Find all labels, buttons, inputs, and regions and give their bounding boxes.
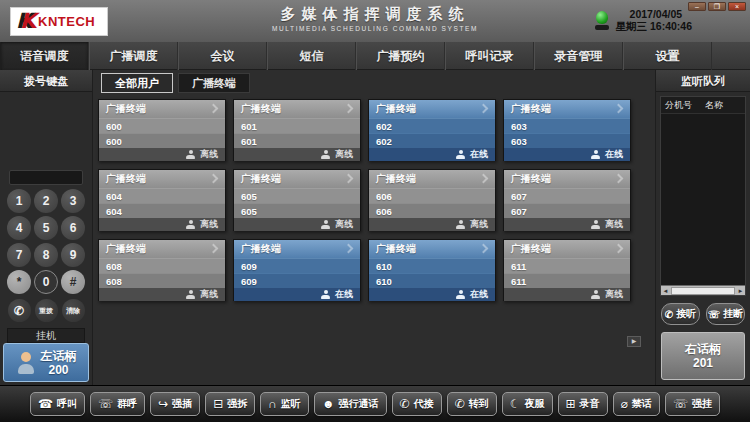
keypad-key-0[interactable]: 0 <box>34 270 58 294</box>
status-badge: 离线 <box>470 218 488 231</box>
scrollbar-thumb[interactable] <box>671 287 735 295</box>
dial-call-button[interactable]: ✆ <box>8 299 31 322</box>
weekday-time-text: 星期三 16:40:46 <box>616 20 692 32</box>
keypad-key-9[interactable]: 9 <box>61 243 85 267</box>
menu-item-6[interactable]: 录音管理 <box>534 42 623 70</box>
person-icon <box>591 290 600 299</box>
menu-item-3[interactable]: 短信 <box>267 42 356 70</box>
dial-display-input[interactable] <box>9 170 83 185</box>
left-handset-label: 左话柄 <box>41 349 77 363</box>
transfer-icon: ✆ <box>455 397 465 411</box>
terminal-card-609[interactable]: 广播终端 609 609 在线 <box>233 239 361 301</box>
toolbar-button-5[interactable]: ☻ 强行通话 <box>314 392 387 416</box>
terminal-card-605[interactable]: 广播终端 605 605 离线 <box>233 169 361 231</box>
right-handset-panel[interactable]: 右话柄 201 <box>661 332 745 380</box>
tab-1[interactable]: 广播终端 <box>178 73 250 93</box>
terminal-card-602[interactable]: 广播终端 602 602 在线 <box>368 99 496 161</box>
keypad-key-6[interactable]: 6 <box>61 216 85 240</box>
redial-button[interactable]: 重拨 <box>35 299 58 322</box>
keypad-key-2[interactable]: 2 <box>34 189 58 213</box>
terminal-name: 601 <box>234 133 360 148</box>
keypad-key-8[interactable]: 8 <box>34 243 58 267</box>
chevron-right-icon <box>479 104 489 114</box>
kntech-k-icon: KK <box>16 11 38 33</box>
monitor-queue-panel: 监听队列 分机号 名称 ◄ ► ✆ 接听 ☏ <box>655 70 750 385</box>
close-button[interactable]: × <box>728 2 746 11</box>
terminal-name: 602 <box>369 133 495 148</box>
toolbar-button-9[interactable]: ⊞ 录音 <box>558 392 608 416</box>
left-handset-panel[interactable]: 左话柄 200 <box>3 343 89 382</box>
keypad-key-3[interactable]: 3 <box>61 189 85 213</box>
terminal-card-604[interactable]: 广播终端 604 604 离线 <box>98 169 226 231</box>
person-icon <box>321 290 330 299</box>
title-bar: KK KNTECH 多媒体指挥调度系统 MULTIMEDIA SCHEDULIN… <box>0 0 750 42</box>
toolbar-button-11[interactable]: ☏ 强挂 <box>665 392 720 416</box>
terminal-card-606[interactable]: 广播终端 606 606 离线 <box>368 169 496 231</box>
toolbar-button-3[interactable]: ⊟ 强拆 <box>205 392 255 416</box>
status-badge: 离线 <box>335 218 353 231</box>
scroll-right-icon[interactable]: ► <box>736 286 745 296</box>
restore-button[interactable]: ❐ <box>708 2 726 11</box>
dispatch-console-window: KK KNTECH 多媒体指挥调度系统 MULTIMEDIA SCHEDULIN… <box>0 0 750 422</box>
terminal-card-603[interactable]: 广播终端 603 603 在线 <box>503 99 631 161</box>
column-name: 名称 <box>705 99 745 112</box>
chevron-right-icon <box>614 174 624 184</box>
main-menu-bar: 语音调度广播调度会议短信广播预约呼叫记录录音管理设置 <box>0 42 750 70</box>
terminal-card-601[interactable]: 广播终端 601 601 离线 <box>233 99 361 161</box>
keypad-key-#[interactable]: # <box>61 270 85 294</box>
keypad-key-1[interactable]: 1 <box>7 189 31 213</box>
minimize-button[interactable]: – <box>688 2 706 11</box>
hangup-call-button[interactable]: ☏ 挂断 <box>706 303 745 325</box>
terminal-name: 611 <box>504 273 630 288</box>
menu-item-2[interactable]: 会议 <box>178 42 267 70</box>
toolbar-button-4[interactable]: ∩ 监听 <box>260 392 309 416</box>
hangup-phone-icon: ☏ <box>708 309 721 320</box>
dial-panel-title: 拨号键盘 <box>0 70 92 92</box>
terminal-card-611[interactable]: 广播终端 611 611 离线 <box>503 239 631 301</box>
monitor-queue-title: 监听队列 <box>656 70 750 92</box>
clear-button[interactable]: 清除 <box>62 299 85 322</box>
horizontal-scrollbar[interactable]: ◄ ► <box>661 285 745 295</box>
toolbar-button-7[interactable]: ✆ 转到 <box>447 392 497 416</box>
terminal-cards-grid: 广播终端 600 600 离线 广播终端 601 601 离线 广播终端 602… <box>98 99 655 301</box>
next-page-button[interactable]: ▶ <box>627 336 641 347</box>
scroll-left-icon[interactable]: ◄ <box>661 286 670 296</box>
chevron-right-icon <box>614 104 624 114</box>
right-handset-number: 201 <box>685 356 721 370</box>
keypad-key-*[interactable]: * <box>7 270 31 294</box>
terminal-number: 606 <box>369 188 495 203</box>
tab-0[interactable]: 全部用户 <box>101 73 173 93</box>
toolbar-button-1[interactable]: ☏ 群呼 <box>90 392 145 416</box>
terminal-card-600[interactable]: 广播终端 600 600 离线 <box>98 99 226 161</box>
person-icon <box>591 220 600 229</box>
toolbar-button-6[interactable]: ✆ 代接 <box>392 392 442 416</box>
status-lamp-icon <box>595 11 609 30</box>
pickup-icon: ✆ <box>400 397 410 411</box>
keypad-key-5[interactable]: 5 <box>34 216 58 240</box>
menu-item-0[interactable]: 语音调度 <box>0 42 89 70</box>
terminal-number: 604 <box>99 188 225 203</box>
menu-item-4[interactable]: 广播预约 <box>356 42 445 70</box>
content-area: 拨号键盘 123456789*0# ✆ 重拨 清除 挂机 左话柄 200 全部用… <box>0 70 750 385</box>
menu-item-7[interactable]: 设置 <box>623 42 712 70</box>
terminal-card-610[interactable]: 广播终端 610 610 在线 <box>368 239 496 301</box>
keypad-key-4[interactable]: 4 <box>7 216 31 240</box>
toolbar-button-10[interactable]: ⌀ 禁话 <box>613 392 660 416</box>
terminal-number: 602 <box>369 118 495 133</box>
date-text: 2017/04/05 <box>616 8 692 20</box>
dial-keypad: 123456789*0# <box>7 189 85 294</box>
toolbar-button-0[interactable]: ☎ 呼叫 <box>30 392 85 416</box>
force-release-icon: ⊟ <box>213 397 223 411</box>
hangup-button[interactable]: 挂机 <box>7 328 85 343</box>
monitor-queue-rows <box>661 114 745 285</box>
status-badge: 离线 <box>200 288 218 301</box>
toolbar-button-8[interactable]: ☾ 夜服 <box>502 392 553 416</box>
keypad-key-7[interactable]: 7 <box>7 243 31 267</box>
menu-item-5[interactable]: 呼叫记录 <box>445 42 534 70</box>
force-insert-icon: ↪ <box>158 397 168 411</box>
answer-button[interactable]: ✆ 接听 <box>661 303 700 325</box>
terminal-card-608[interactable]: 广播终端 608 608 离线 <box>98 239 226 301</box>
toolbar-button-2[interactable]: ↪ 强插 <box>150 392 200 416</box>
menu-item-1[interactable]: 广播调度 <box>89 42 178 70</box>
terminal-card-607[interactable]: 广播终端 607 607 离线 <box>503 169 631 231</box>
